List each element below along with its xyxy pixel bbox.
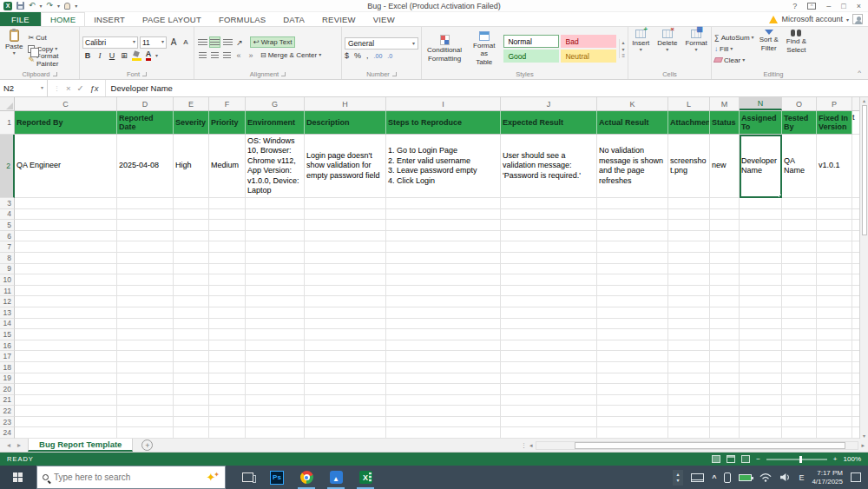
cell-N1[interactable]: Assigned To [740,111,782,135]
cell-K4[interactable] [597,209,668,221]
cell-E17[interactable] [174,351,209,362]
cell-J19[interactable] [501,373,597,385]
cell-M22[interactable] [710,406,740,417]
cell-E24[interactable] [174,427,209,439]
undo-caret-icon[interactable]: ▾ [40,3,43,9]
cell-N10[interactable] [740,274,782,286]
cell-N16[interactable] [740,340,782,352]
row-header-5[interactable]: 5 [0,220,15,231]
account-area[interactable]: Microsoft account ▾ [769,12,868,26]
cell-C16[interactable] [15,340,117,352]
cell-J7[interactable] [501,241,597,253]
column-header-L[interactable]: L [668,97,710,110]
align-left-button[interactable] [197,50,207,61]
cell-N3[interactable] [740,198,782,209]
cell-M12[interactable] [710,296,740,307]
cell-L23[interactable] [668,417,710,428]
cut-button[interactable]: ✂Cut [28,32,76,43]
cell-H18[interactable] [305,362,386,373]
cell-C21[interactable] [15,395,117,406]
row-header-4[interactable]: 4 [0,209,15,221]
cell-J4[interactable] [501,209,597,221]
new-sheet-button[interactable]: + [141,439,153,451]
cell-P1[interactable]: Fixed In Version [817,111,852,135]
customize-qat-icon[interactable]: ▾ [75,3,77,9]
task-view-button[interactable] [234,466,260,489]
fill-button[interactable]: ↓Fill▾ [714,43,754,54]
cell-N8[interactable] [740,253,782,264]
cell-G20[interactable] [246,384,305,395]
cell-N18[interactable] [740,362,782,373]
cell-L6[interactable] [668,231,710,242]
cell-N11[interactable] [740,286,782,297]
cell-C17[interactable] [15,351,117,362]
cell-H2[interactable]: Login page doesn't show validation for e… [305,135,386,198]
row-header-9[interactable]: 9 [0,264,15,275]
cell-I10[interactable] [386,274,501,286]
cell-K17[interactable] [597,351,668,362]
clear-button[interactable]: Clear▾ [714,55,754,65]
row-header-19[interactable]: 19 [0,373,15,385]
cell-K5[interactable] [597,220,668,231]
formula-input[interactable]: Developer Name [106,80,868,96]
format-as-table-button[interactable]: Format as Table [467,30,501,67]
cell-J11[interactable] [501,286,597,297]
cell-G21[interactable] [246,395,305,406]
cell-P16[interactable] [817,340,852,352]
cell-M20[interactable] [710,384,740,395]
cell-D14[interactable] [117,319,174,330]
tab-page-layout[interactable]: PAGE LAYOUT [134,12,210,26]
cell-F11[interactable] [209,286,246,297]
cell-G4[interactable] [246,209,305,221]
cell-P13[interactable] [817,307,852,319]
cell-F23[interactable] [209,417,246,428]
cell-F20[interactable] [209,384,246,395]
cell-H17[interactable] [305,351,386,362]
cell-O13[interactable] [782,307,817,319]
cell-I2[interactable]: 1. Go to Login Page 2. Enter valid usern… [386,135,501,198]
cell-M9[interactable] [710,264,740,275]
cell-P8[interactable] [817,253,852,264]
cell-J1[interactable]: Expected Result [501,111,597,135]
font-color-button[interactable]: A [143,50,154,62]
find-select-button[interactable]: Find & Select [784,29,809,69]
cell-G1[interactable]: Environment [246,111,305,135]
cell-G15[interactable] [246,329,305,340]
cell-J16[interactable] [501,340,597,352]
cell-P17[interactable] [817,351,852,362]
decrease-indent-button[interactable]: « [233,50,244,61]
cell-L24[interactable] [668,427,710,439]
cell-G11[interactable] [246,286,305,297]
cell-J18[interactable] [501,362,597,373]
align-top-button[interactable] [197,36,207,48]
cell-M4[interactable] [710,209,740,221]
cell-L19[interactable] [668,373,710,385]
cell-K15[interactable] [597,329,668,340]
cell-L11[interactable] [668,286,710,297]
cell-E7[interactable] [174,241,209,253]
cell-D15[interactable] [117,329,174,340]
avatar[interactable] [852,14,863,24]
wrap-text-button[interactable]: ↩Wrap Text [250,36,295,48]
cell-C18[interactable] [15,362,117,373]
cell-N23[interactable] [740,417,782,428]
accounting-format-button[interactable]: $ [345,51,349,60]
cell-D20[interactable] [117,384,174,395]
cell-M24[interactable] [710,427,740,439]
cell-O11[interactable] [782,286,817,297]
language-indicator[interactable]: E [799,473,804,482]
collapse-ribbon-icon[interactable]: ^ [858,69,861,76]
cell-C12[interactable] [15,296,117,307]
restore-button[interactable]: □ [841,2,845,10]
touch-keyboard-icon[interactable] [691,473,704,482]
clipboard-dialog-launcher[interactable] [53,72,57,76]
cell-N13[interactable] [740,307,782,319]
cell-E23[interactable] [174,417,209,428]
insert-cells-button[interactable]: + Insert▾ [629,29,652,69]
align-bottom-button[interactable] [222,36,233,48]
row-header-2[interactable]: 2 [0,135,15,198]
cell-K11[interactable] [597,286,668,297]
cell-D17[interactable] [117,351,174,362]
vertical-scroll-thumb[interactable] [862,105,867,235]
cell-D18[interactable] [117,362,174,373]
